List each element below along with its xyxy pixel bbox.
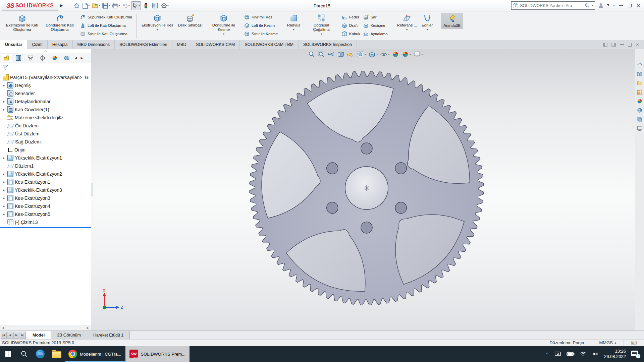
- cam-tree-tab[interactable]: [61, 54, 72, 62]
- taskpane-appearances-icon[interactable]: [637, 98, 643, 104]
- document-tab[interactable]: 3B Görünüm: [51, 331, 87, 339]
- taskbar-search-button[interactable]: [16, 346, 32, 362]
- tree-item[interactable]: ▸ Kes-Ekstrüzyon4: [0, 202, 91, 210]
- hole-wizard-button[interactable]: Delik Sihirbazı: [176, 13, 205, 28]
- boundary-cut-button[interactable]: Sınır ile Kesme: [244, 30, 278, 38]
- taskpane-panes-icon[interactable]: [637, 116, 643, 122]
- units-selector[interactable]: MMGS ▴: [592, 340, 624, 346]
- save-button[interactable]: ▾: [102, 1, 111, 10]
- restore-button[interactable]: [628, 4, 632, 7]
- featuremanager-tab[interactable]: [1, 54, 12, 62]
- close-button[interactable]: ✕: [636, 3, 641, 9]
- pane-right-icon[interactable]: [611, 43, 616, 47]
- expand-arrow-icon[interactable]: ▸: [2, 188, 6, 192]
- swept-cut-button[interactable]: Kıvrımlı Kes: [244, 13, 278, 21]
- taskpane-properties-icon[interactable]: [637, 107, 643, 113]
- help-menu[interactable]: ?: [606, 3, 609, 8]
- tree-item[interactable]: Üst Düzlem: [0, 130, 91, 138]
- first-tab-button[interactable]: |◀: [1, 332, 7, 339]
- pane-left-icon[interactable]: [603, 43, 607, 47]
- draft-button[interactable]: Draft: [341, 22, 360, 29]
- tag-section[interactable]: [624, 340, 644, 346]
- fillet-button[interactable]: Radyus ▾: [285, 13, 303, 32]
- undo-button[interactable]: ▾: [121, 1, 130, 10]
- last-tab-button[interactable]: ▶|: [20, 332, 26, 339]
- curves-button[interactable]: Eğriler ▾: [419, 13, 435, 32]
- doc-minimize-button[interactable]: [620, 44, 624, 45]
- scroll-right-icon[interactable]: ▶: [86, 326, 90, 329]
- zoom-fit-icon[interactable]: [308, 51, 315, 58]
- section-view-icon[interactable]: [337, 51, 344, 58]
- open-button[interactable]: ▾: [91, 1, 101, 10]
- revolved-cut-caret[interactable]: ▾: [223, 33, 224, 36]
- linear-pattern-button[interactable]: Doğrusal Çoğaltma ▾: [303, 13, 340, 37]
- search-icon[interactable]: [584, 3, 590, 8]
- solidworks-taskbar-button[interactable]: SW2019 SOLIDWORKS Prem...: [125, 346, 190, 362]
- tree-item[interactable]: Düzlem1: [0, 162, 91, 170]
- displaymanager-tab[interactable]: [49, 54, 60, 62]
- tree-item[interactable]: ▸ Geçmiş: [0, 81, 91, 89]
- search-dropdown-caret[interactable]: ▾: [592, 4, 593, 7]
- minimize-button[interactable]: [619, 5, 623, 6]
- extruded-cut-button[interactable]: Ekstrüzyon ile Kes ▾: [139, 13, 176, 32]
- extruded-boss-button[interactable]: Ekstrüzyon İle Katı Oluşturma: [3, 13, 41, 33]
- battery-icon[interactable]: [567, 352, 575, 356]
- logo-expand-arrow[interactable]: ▶: [60, 3, 63, 8]
- swept-boss-button[interactable]: Süpürerek Katı Oluşturma: [80, 13, 132, 21]
- next-tab-button[interactable]: ▶: [13, 332, 19, 339]
- fillet-caret[interactable]: ▾: [293, 28, 294, 31]
- print-button[interactable]: ▾: [111, 1, 121, 10]
- options-button[interactable]: ▾: [160, 1, 169, 10]
- document-tab[interactable]: Hareket Etüdü 1: [87, 331, 130, 339]
- tree-item[interactable]: ▸ Yükseklik-Ekstrüzyon3: [0, 186, 91, 194]
- revolved-boss-button[interactable]: Döndürerek Katı Oluşturma: [41, 13, 78, 33]
- taskbar-clock[interactable]: 13:26 26.08.2022: [604, 349, 626, 359]
- expand-arrow-icon[interactable]: ▸: [2, 213, 6, 216]
- rollback-bar[interactable]: [0, 227, 91, 228]
- panel-drag-handle[interactable]: [0, 49, 91, 53]
- select-tool-button[interactable]: ▾: [131, 1, 141, 10]
- wifi-icon[interactable]: [580, 351, 587, 357]
- volume-icon[interactable]: [592, 351, 599, 357]
- configurationmanager-tab[interactable]: [25, 54, 36, 62]
- open-dropdown-caret[interactable]: ▾: [99, 4, 100, 7]
- revolved-cut-button[interactable]: Döndürme ile Kesme ▾: [205, 13, 243, 37]
- propertymanager-tab[interactable]: [13, 54, 24, 62]
- tree-item[interactable]: Malzeme <belirli değil>: [0, 114, 91, 122]
- mirror-button[interactable]: Aynalama: [363, 30, 388, 38]
- edit-appearance-icon[interactable]: [392, 51, 399, 58]
- boundary-boss-button[interactable]: Sınır ile Katı Oluşturma: [80, 30, 132, 38]
- expand-arrow-icon[interactable]: ▸: [2, 172, 6, 176]
- action-center-button[interactable]: 1: [631, 350, 639, 358]
- expand-arrow-icon[interactable]: ▸: [2, 180, 6, 184]
- save-dropdown-caret[interactable]: ▾: [109, 4, 110, 7]
- curves-caret[interactable]: ▾: [427, 28, 428, 31]
- appearance-caret[interactable]: ▾: [365, 53, 366, 56]
- appearance-target-icon[interactable]: ▾: [357, 51, 366, 58]
- taskpane-home-icon[interactable]: [637, 62, 643, 68]
- scroll-left-icon[interactable]: ◀: [1, 326, 5, 329]
- view-settings-icon[interactable]: ▾: [413, 51, 423, 58]
- help-dropdown-caret[interactable]: ▾: [613, 4, 614, 7]
- display-style-icon[interactable]: ▾: [380, 51, 389, 58]
- undo-dropdown-caret[interactable]: ▾: [128, 4, 130, 7]
- display-style-caret[interactable]: ▾: [388, 53, 389, 56]
- apply-scene-caret[interactable]: ▾: [410, 53, 411, 56]
- command-tab[interactable]: MBD Dimensions: [73, 40, 115, 49]
- reference-geometry-button[interactable]: Referans ... ▾: [395, 13, 419, 32]
- rib-button[interactable]: Feder: [341, 13, 360, 21]
- lofted-cut-button[interactable]: Loft ile Kesim: [244, 22, 278, 29]
- select-dropdown-caret[interactable]: ▾: [139, 4, 140, 7]
- help-search-box[interactable]: ? ▾: [511, 1, 595, 10]
- view-orientation-icon[interactable]: ▾: [368, 51, 378, 58]
- edge-taskbar-button[interactable]: [32, 346, 48, 362]
- apply-scene-icon[interactable]: ▾: [401, 51, 411, 58]
- view-settings-caret[interactable]: ▾: [421, 53, 423, 56]
- taskpane-file-explorer-icon[interactable]: [637, 80, 643, 86]
- panel-splitter-grip[interactable]: [91, 183, 93, 196]
- tree-item[interactable]: Ön Düzlem: [0, 122, 91, 130]
- login-user-icon[interactable]: [598, 3, 603, 8]
- taskpane-screen-icon[interactable]: [637, 125, 643, 131]
- start-button[interactable]: [0, 346, 16, 362]
- extruded-cut-caret[interactable]: ▾: [157, 28, 158, 31]
